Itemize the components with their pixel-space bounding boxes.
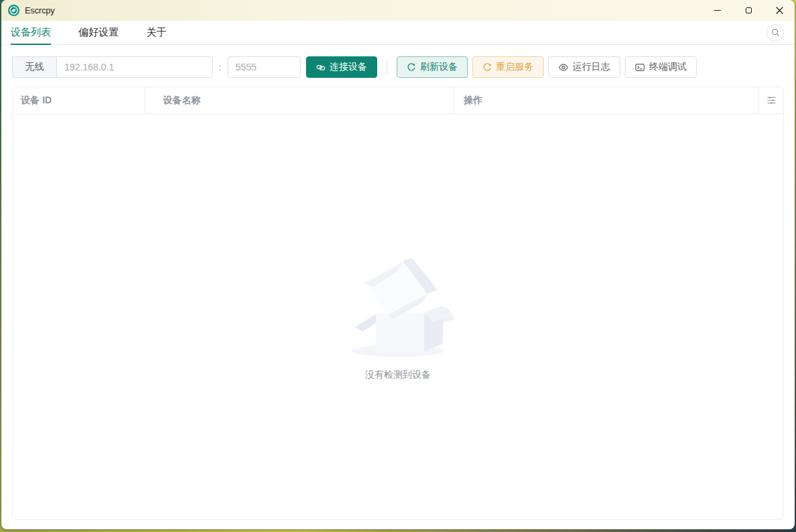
app-logo-icon — [8, 5, 19, 16]
host-port-separator: : — [219, 62, 221, 72]
column-label: 操作 — [464, 95, 483, 107]
tab-label: 偏好设置 — [79, 26, 119, 39]
app-window: Escrcpy 设备列表 偏好设置 关于 — [1, 0, 795, 529]
toolbar-divider — [387, 60, 387, 74]
device-table-header: 设备 ID 设备名称 操作 — [13, 87, 783, 114]
restart-service-button[interactable]: 重启服务 — [472, 56, 544, 78]
device-table-body: 没有检测到设备 — [13, 114, 783, 519]
search-icon — [771, 28, 780, 37]
tab-bar: 设备列表 偏好设置 关于 — [1, 21, 795, 45]
run-logs-label: 运行日志 — [573, 61, 610, 73]
restart-icon — [483, 62, 492, 72]
empty-state: 没有检测到设备 — [341, 252, 455, 381]
minimize-button[interactable] — [702, 0, 733, 21]
device-table: 设备 ID 设备名称 操作 — [12, 87, 784, 520]
connection-mode-select[interactable]: 无线 — [12, 56, 56, 78]
terminal-debug-button[interactable]: 终端调试 — [625, 56, 697, 78]
window-title: Escrcpy — [25, 6, 54, 15]
titlebar: Escrcpy — [1, 0, 795, 21]
connect-device-button[interactable]: 连接设备 — [306, 56, 377, 78]
tab-preferences[interactable]: 偏好设置 — [79, 21, 119, 44]
refresh-devices-button[interactable]: 刷新设备 — [397, 56, 468, 78]
connection-toolbar: 无线 : 连接设备 刷新设备 重启服务 — [1, 45, 795, 87]
search-button[interactable] — [766, 24, 784, 42]
eye-icon — [558, 62, 568, 72]
terminal-icon — [635, 62, 645, 72]
empty-box-illustration — [341, 252, 455, 358]
refresh-devices-label: 刷新设备 — [420, 61, 458, 73]
column-label: 设备 ID — [21, 95, 52, 107]
close-icon — [776, 7, 783, 14]
tab-about[interactable]: 关于 — [146, 21, 166, 44]
connect-link-icon — [316, 62, 326, 72]
column-settings-button[interactable] — [759, 87, 783, 113]
tab-label: 设备列表 — [11, 26, 51, 39]
tab-device-list[interactable]: 设备列表 — [11, 21, 51, 44]
minimize-icon — [714, 10, 721, 11]
window-controls — [702, 0, 795, 21]
sliders-icon — [766, 95, 777, 105]
column-label: 设备名称 — [163, 95, 201, 107]
close-button[interactable] — [764, 0, 795, 21]
column-header-device-name: 设备名称 — [145, 87, 454, 113]
connect-device-label: 连接设备 — [330, 61, 367, 73]
tab-label: 关于 — [146, 26, 166, 39]
run-logs-button[interactable]: 运行日志 — [548, 56, 620, 78]
empty-state-text: 没有检测到设备 — [365, 369, 431, 381]
maximize-icon — [746, 7, 752, 13]
maximize-button[interactable] — [733, 0, 764, 21]
host-input[interactable] — [56, 56, 213, 78]
restart-service-label: 重启服务 — [496, 61, 534, 73]
address-input-group: 无线 — [12, 56, 213, 78]
port-input[interactable] — [228, 56, 301, 78]
connection-mode-label: 无线 — [26, 61, 44, 73]
refresh-icon — [407, 62, 416, 72]
column-header-operations: 操作 — [454, 87, 759, 113]
column-header-device-id: 设备 ID — [13, 87, 145, 113]
terminal-debug-label: 终端调试 — [649, 61, 687, 73]
